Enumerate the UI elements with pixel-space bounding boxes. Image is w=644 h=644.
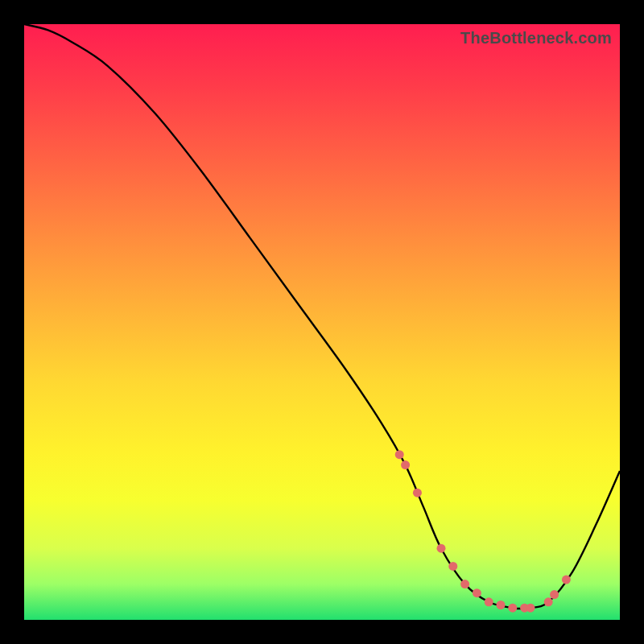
curve-dot xyxy=(544,597,553,606)
bottleneck-curve xyxy=(24,24,620,620)
chart-plot-area: TheBottleneck.com xyxy=(24,24,620,620)
curve-dot xyxy=(526,604,535,613)
curve-dot xyxy=(395,450,404,459)
curve-dot xyxy=(485,597,493,606)
curve-dot xyxy=(562,576,571,584)
curve-dot xyxy=(401,460,410,469)
curve-dot xyxy=(413,489,422,497)
curve-dot xyxy=(460,580,469,588)
curve-dot xyxy=(448,562,457,571)
curve-dot xyxy=(437,544,446,553)
curve-dot xyxy=(497,601,506,609)
curve-dot xyxy=(508,604,517,613)
curve-dot xyxy=(550,590,559,599)
curve-dot xyxy=(473,588,481,597)
chart-frame: TheBottleneck.com xyxy=(0,0,644,644)
